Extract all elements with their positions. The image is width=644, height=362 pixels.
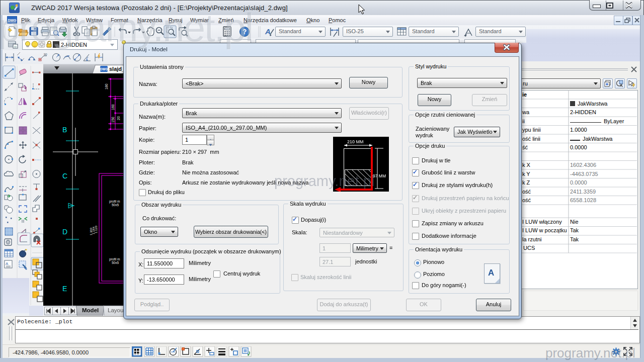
svg-text:1.120: 1.120 xyxy=(95,225,98,233)
svg-text:DWG: DWG xyxy=(100,67,108,71)
svg-text:A: A xyxy=(6,261,9,266)
svg-text:D: D xyxy=(62,228,67,236)
svg-text:160: 160 xyxy=(111,104,115,110)
svg-text:150: 150 xyxy=(111,117,115,123)
svg-text:B: B xyxy=(62,126,67,134)
svg-text:97 MM: 97 MM xyxy=(373,173,386,178)
svg-text:50x5: 50x5 xyxy=(112,203,119,207)
svg-text:50x5: 50x5 xyxy=(112,261,119,264)
svg-text:E: E xyxy=(62,285,67,293)
svg-text:20: 20 xyxy=(117,116,120,120)
svg-text:90: 90 xyxy=(44,53,47,56)
svg-text:180: 180 xyxy=(105,83,108,89)
svg-text:A: A xyxy=(265,27,271,36)
svg-text:210 MM: 210 MM xyxy=(347,139,364,144)
svg-text:C: C xyxy=(62,172,67,180)
